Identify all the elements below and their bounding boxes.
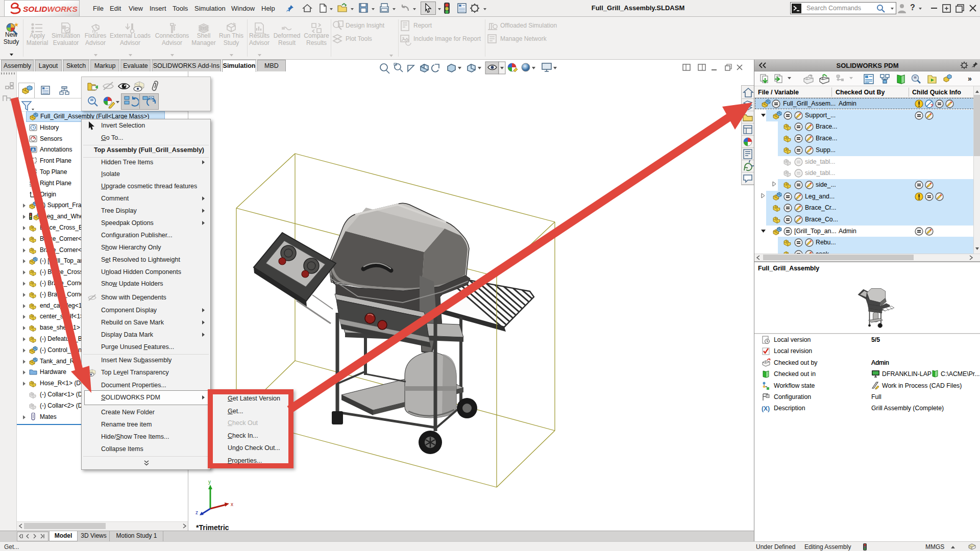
svg-text:SOLIDWORKS: SOLIDWORKS — [23, 5, 78, 13]
svg-text:(X): (X) — [762, 405, 770, 412]
svg-text:?: ? — [930, 103, 934, 108]
svg-text:x: x — [231, 502, 233, 507]
svg-text:z: z — [195, 510, 198, 515]
svg-text:y: y — [208, 479, 211, 485]
